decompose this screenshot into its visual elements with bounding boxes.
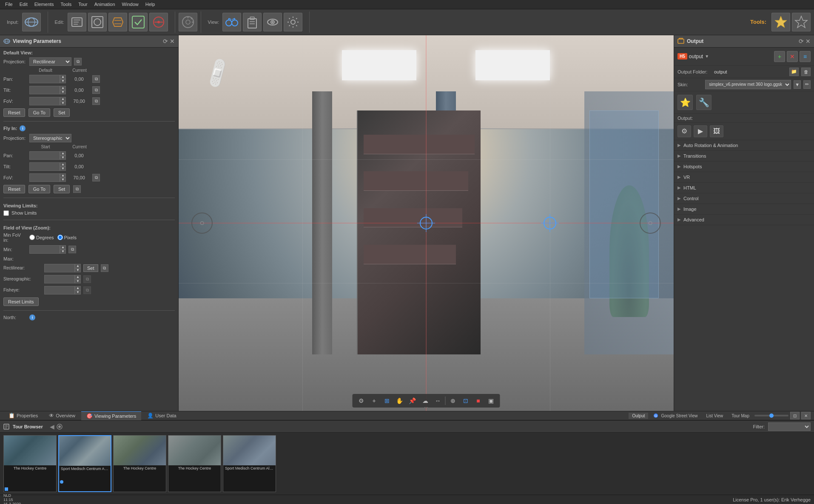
- output-add-btn[interactable]: +: [774, 51, 785, 62]
- fov-copy-btn[interactable]: ⧉: [92, 97, 100, 105]
- fly-pan-up[interactable]: ▲: [60, 151, 66, 156]
- fov-default-value[interactable]: 70,00°: [29, 97, 60, 105]
- edit-btn-3[interactable]: [108, 13, 127, 31]
- tour-item-4[interactable]: Sport Medisch Centrum Almere: [223, 435, 276, 492]
- filter-select[interactable]: [768, 422, 811, 431]
- output-folder-browse-btn[interactable]: 📁: [789, 68, 799, 76]
- menu-file[interactable]: File: [2, 1, 16, 8]
- projection-copy-btn[interactable]: ⧉: [74, 58, 82, 65]
- input-btn-panorama[interactable]: [22, 13, 41, 31]
- zoom-fit-btn[interactable]: ⊡: [790, 412, 800, 419]
- fly-fov-value[interactable]: 170,00°: [29, 173, 60, 182]
- pan-copy-btn[interactable]: ⧉: [92, 75, 100, 83]
- collapsible-header-2[interactable]: ▶ Hotspots: [674, 161, 814, 172]
- goto-btn[interactable]: Go To: [28, 108, 50, 117]
- tour-item-2[interactable]: The Hockey Centre: [113, 435, 166, 492]
- min-value[interactable]: 2,0px: [29, 245, 60, 254]
- fly-tilt-value[interactable]: -90,00°: [29, 162, 60, 171]
- skin-icon-tools[interactable]: 🔧: [696, 95, 712, 110]
- stereographic-down[interactable]: ▼: [75, 279, 81, 283]
- panel-close-btn[interactable]: ✕: [170, 38, 175, 45]
- panel-sync-btn[interactable]: ⟳: [163, 38, 168, 45]
- fly-set-copy-btn[interactable]: ⧉: [73, 185, 81, 193]
- tab-viewing-parameters[interactable]: 🎯 Viewing Parameters: [81, 411, 141, 420]
- tour-item-1[interactable]: Sport Medisch Centrum Almere: [58, 435, 111, 492]
- output-icon-play[interactable]: ▶: [694, 125, 707, 137]
- edit-btn-video[interactable]: [179, 13, 197, 31]
- tilt-copy-btn[interactable]: ⧉: [92, 86, 100, 94]
- edit-btn-2[interactable]: [88, 13, 107, 31]
- show-limits-checkbox[interactable]: [3, 210, 9, 216]
- tour-item-3[interactable]: The Hockey Centre: [168, 435, 221, 492]
- tour-item-0[interactable]: The Hockey Centre: [3, 435, 57, 492]
- pixels-radio[interactable]: [57, 235, 63, 240]
- stereographic-copy-btn[interactable]: ⧉: [83, 275, 91, 283]
- menu-edit[interactable]: Edit: [16, 1, 31, 8]
- vp-btn-arrows[interactable]: ↔: [433, 396, 444, 406]
- edit-btn-5[interactable]: [149, 13, 168, 31]
- menu-animation[interactable]: Animation: [91, 1, 119, 8]
- right-tab-list-view[interactable]: List View: [703, 413, 726, 419]
- stereographic-up[interactable]: ▲: [75, 275, 81, 279]
- collapsible-header-0[interactable]: ▶ Auto Rotation & Animation: [674, 140, 814, 150]
- reset-btn[interactable]: Reset: [3, 108, 25, 117]
- view-btn-clipboard[interactable]: [243, 13, 262, 31]
- skin-dropdown-btn[interactable]: ▼: [794, 80, 801, 89]
- right-tab-tour-map[interactable]: Tour Map: [728, 413, 753, 419]
- rectilinear-value[interactable]: 120,00°: [44, 264, 75, 272]
- fly-tilt-up[interactable]: ▲: [60, 162, 66, 167]
- fly-tilt-down[interactable]: ▼: [60, 167, 66, 171]
- degrees-radio[interactable]: [29, 235, 35, 240]
- fisheye-down[interactable]: ▼: [75, 290, 81, 294]
- fly-fov-copy-btn[interactable]: ⧉: [92, 174, 100, 181]
- collapsible-header-3[interactable]: ▶ VR: [674, 172, 814, 182]
- tilt-default-value[interactable]: 0,00°: [29, 86, 60, 94]
- rectilinear-down[interactable]: ▼: [75, 268, 81, 272]
- menu-help[interactable]: Help: [142, 1, 159, 8]
- rectilinear-set-btn[interactable]: Set: [83, 264, 98, 272]
- min-down[interactable]: ▼: [60, 249, 66, 254]
- collapsible-header-5[interactable]: ▶ Control: [674, 193, 814, 204]
- tab-overview[interactable]: 👁 Overview: [44, 411, 80, 420]
- pan-default-value[interactable]: 0,00°: [29, 75, 60, 83]
- collapsible-header-1[interactable]: ▶ Transitions: [674, 151, 814, 161]
- right-tab-google-street-view[interactable]: G Google Street View: [650, 412, 701, 419]
- tab-properties[interactable]: 📋 Properties: [3, 411, 43, 420]
- stereographic-value[interactable]: 270,00°: [44, 275, 75, 283]
- collapsible-header-4[interactable]: ▶ HTML: [674, 183, 814, 193]
- fly-pan-value[interactable]: 0,00°: [29, 151, 60, 160]
- reset-limits-btn[interactable]: Reset Limits: [3, 297, 39, 306]
- zoom-close-btn[interactable]: ✕: [801, 412, 811, 419]
- output-remove-btn[interactable]: ✕: [787, 51, 798, 62]
- menu-tour[interactable]: Tour: [75, 1, 91, 8]
- skin-icon-star[interactable]: ⭐: [677, 95, 693, 110]
- edit-btn-1[interactable]: [68, 13, 86, 31]
- vp-btn-add[interactable]: +: [369, 396, 380, 406]
- output-sync-btn[interactable]: ⟳: [799, 38, 804, 45]
- vp-btn-red-square[interactable]: ■: [473, 396, 484, 406]
- skin-select[interactable]: simplex_v6.preview met 360 logo.ggsk: [705, 80, 791, 89]
- min-up[interactable]: ▲: [60, 245, 66, 249]
- tilt-default-down[interactable]: ▼: [60, 90, 66, 94]
- vp-btn-grid[interactable]: ⊞: [381, 396, 393, 406]
- fly-reset-btn[interactable]: Reset: [3, 185, 25, 193]
- tools-btn-1[interactable]: [771, 13, 790, 31]
- rectilinear-copy-btn[interactable]: ⧉: [101, 264, 108, 272]
- fly-projection-select[interactable]: Stereographic Rectilinear Fisheye: [29, 134, 71, 142]
- output-folder-delete-btn[interactable]: 🗑: [801, 68, 811, 76]
- output-close-btn[interactable]: ✕: [805, 38, 811, 45]
- viewport-resize-handle[interactable]: ···: [424, 404, 428, 410]
- menu-elements[interactable]: Elements: [31, 1, 57, 8]
- fly-set-btn[interactable]: Set: [54, 185, 70, 193]
- fov-default-down[interactable]: ▼: [60, 101, 66, 105]
- vp-btn-hand[interactable]: ✋: [394, 396, 405, 406]
- menu-window[interactable]: Window: [119, 1, 142, 8]
- tour-nav-left[interactable]: ◀: [50, 423, 54, 430]
- output-copy-btn[interactable]: ≡: [800, 51, 811, 62]
- output-dropdown-arrow[interactable]: ▼: [705, 54, 709, 59]
- zoom-slider[interactable]: [754, 415, 788, 416]
- vp-btn-crosshair[interactable]: ⊕: [447, 396, 458, 406]
- vp-btn-overlay[interactable]: ▣: [486, 396, 497, 406]
- vp-btn-pin[interactable]: 📌: [407, 396, 418, 406]
- fly-fov-up[interactable]: ▲: [60, 173, 66, 178]
